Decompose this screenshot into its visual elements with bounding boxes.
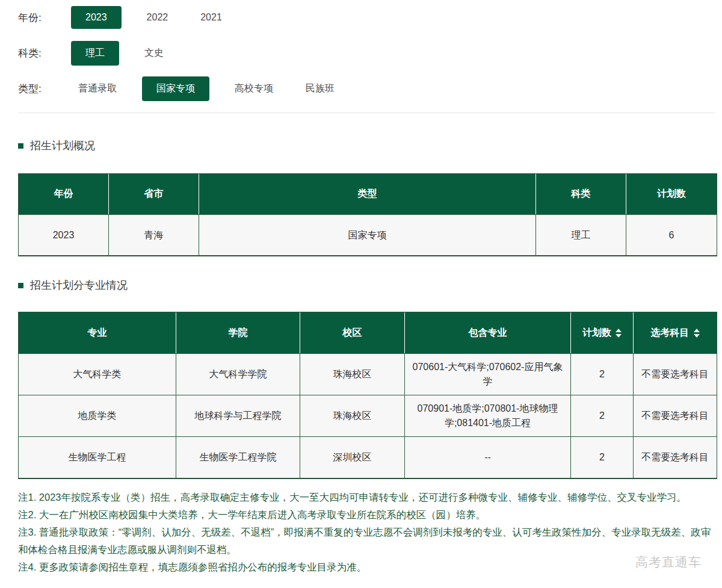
note-1: 注1. 2023年按院系专业（类）招生，高考录取确定主修专业，大一至大四均可申请… xyxy=(18,489,716,506)
overview-header-category: 科类 xyxy=(536,174,626,214)
divider xyxy=(18,113,715,113)
majors-cell-included: 070601-大气科学;070602-应用气象学 xyxy=(405,353,571,395)
year-filter-options: 2023 2022 2021 xyxy=(71,6,247,29)
year-option-2023[interactable]: 2023 xyxy=(71,6,122,29)
majors-header-campus: 校区 xyxy=(300,312,405,353)
majors-cell-major: 地质学类 xyxy=(19,395,176,436)
type-option-national-special[interactable]: 国家专项 xyxy=(142,76,209,101)
overview-cell-category: 理工 xyxy=(536,214,626,255)
majors-cell-plan-count: 2 xyxy=(571,395,634,436)
majors-cell-college: 生物医学工程学院 xyxy=(176,436,300,478)
majors-header-college: 学院 xyxy=(176,312,300,353)
overview-header-type: 类型 xyxy=(199,174,536,214)
majors-cell-included: -- xyxy=(405,436,571,478)
overview-cell-province: 青海 xyxy=(109,214,199,255)
overview-table: 年份 省市 类型 科类 计划数 2023 青海 国家专项 理工 6 xyxy=(18,173,717,256)
majors-header-plan-count[interactable]: 计划数 xyxy=(571,312,634,353)
majors-cell-subjects: 不需要选考科目 xyxy=(634,353,717,395)
majors-cell-college: 地球科学与工程学院 xyxy=(176,395,300,436)
majors-cell-plan-count: 2 xyxy=(571,436,634,478)
overview-header-year: 年份 xyxy=(19,174,109,214)
category-filter-label: 科类: xyxy=(18,46,71,60)
majors-table: 专业 学院 校区 包含专业 计划数 选考科目 大气科学类 大气科学学院 珠海校区… xyxy=(18,312,717,479)
majors-header-subjects[interactable]: 选考科目 xyxy=(634,312,717,353)
type-filter-options: 普通录取 国家专项 高校专项 民族班 xyxy=(71,76,360,101)
year-option-2022[interactable]: 2022 xyxy=(140,12,176,23)
overview-table-header-row: 年份 省市 类型 科类 计划数 xyxy=(19,174,717,214)
filter-row-year: 年份: 2023 2022 2021 xyxy=(18,5,715,30)
majors-cell-campus: 珠海校区 xyxy=(300,353,405,395)
year-filter-label: 年份: xyxy=(18,11,71,25)
overview-cell-type: 国家专项 xyxy=(199,214,536,255)
year-option-2021[interactable]: 2021 xyxy=(193,12,229,23)
category-option-liberal-arts[interactable]: 文史 xyxy=(137,47,171,60)
majors-cell-college: 大气科学学院 xyxy=(176,353,300,395)
overview-section-title: 招生计划概况 xyxy=(18,138,715,153)
majors-header-included: 包含专业 xyxy=(405,312,571,353)
type-filter-label: 类型: xyxy=(18,82,71,96)
table-row: 2023 青海 国家专项 理工 6 xyxy=(19,214,717,255)
type-option-university-special[interactable]: 高校专项 xyxy=(227,82,280,95)
majors-cell-plan-count: 2 xyxy=(571,353,634,395)
category-filter-options: 理工 文史 xyxy=(71,41,189,66)
overview-section-title-text: 招生计划概况 xyxy=(30,138,95,153)
majors-section-title-text: 招生计划分专业情况 xyxy=(30,278,128,292)
majors-cell-subjects: 不需要选考科目 xyxy=(634,395,717,436)
note-3: 注3. 普通批录取政策：“零调剂、认加分、无级差、不退档”，即报满不重复的专业志… xyxy=(18,524,716,559)
sort-icon[interactable] xyxy=(694,329,700,338)
overview-cell-year: 2023 xyxy=(19,214,109,255)
majors-cell-major: 大气科学类 xyxy=(19,353,176,395)
majors-cell-major: 生物医学工程 xyxy=(19,436,176,478)
majors-cell-campus: 深圳校区 xyxy=(300,436,405,478)
majors-cell-subjects: 不需要选考科目 xyxy=(634,436,717,478)
watermark: 高考直通车 xyxy=(635,554,702,571)
type-option-regular[interactable]: 普通录取 xyxy=(71,82,124,95)
majors-cell-included: 070901-地质学;070801-地球物理学;081401-地质工程 xyxy=(405,395,571,436)
table-row: 大气科学类 大气科学学院 珠海校区 070601-大气科学;070602-应用气… xyxy=(19,353,717,395)
table-row: 地质学类 地球科学与工程学院 珠海校区 070901-地质学;070801-地球… xyxy=(19,395,717,436)
majors-table-header-row: 专业 学院 校区 包含专业 计划数 选考科目 xyxy=(19,312,717,353)
filter-row-category: 科类: 理工 文史 xyxy=(18,40,715,66)
admission-plan-page: 年份: 2023 2022 2021 科类: 理工 文史 类型: 普通录取 国家… xyxy=(0,0,722,576)
category-option-science[interactable]: 理工 xyxy=(71,41,119,66)
majors-cell-campus: 珠海校区 xyxy=(300,395,405,436)
square-bullet-icon xyxy=(18,283,23,288)
overview-header-plan-count: 计划数 xyxy=(626,174,717,214)
majors-header-major: 专业 xyxy=(19,312,176,353)
overview-header-province: 省市 xyxy=(109,174,199,214)
type-option-ethnic-class[interactable]: 民族班 xyxy=(298,82,342,95)
square-bullet-icon xyxy=(18,143,23,149)
overview-cell-plan-count: 6 xyxy=(626,214,717,255)
filter-row-type: 类型: 普通录取 国家专项 高校专项 民族班 xyxy=(18,76,715,101)
table-row: 生物医学工程 生物医学工程学院 深圳校区 -- 2 不需要选考科目 xyxy=(19,436,717,478)
note-4: 注4. 更多政策请参阅招生章程，填志愿须参照省招办公布的报考专业目录为准。 xyxy=(18,559,716,576)
notes-section: 注1. 2023年按院系专业（类）招生，高考录取确定主修专业，大一至大四均可申请… xyxy=(18,489,716,576)
majors-section-title: 招生计划分专业情况 xyxy=(18,278,715,292)
note-2: 注2. 大一在广州校区南校园集中大类培养，大一学年结束后进入高考录取专业所在院系… xyxy=(18,506,716,524)
sort-icon[interactable] xyxy=(616,329,622,338)
